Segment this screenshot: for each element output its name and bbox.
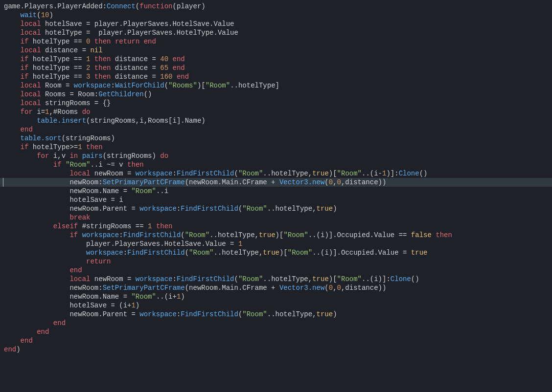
code-token: 1 — [78, 143, 82, 151]
code-token: , — [333, 284, 337, 292]
code-token: workspace — [136, 170, 173, 177]
code-token: true — [312, 275, 329, 283]
code-token: local — [21, 46, 41, 54]
code-token: )[ — [197, 82, 206, 89]
code-token: end — [173, 55, 185, 63]
code-token: 65 — [160, 64, 168, 72]
code-token: .Players.PlayerAdded: — [21, 2, 107, 10]
code-token: 0 — [329, 178, 333, 186]
code-token — [78, 231, 82, 239]
code-token: () — [419, 170, 428, 177]
code-token: wait — [21, 11, 37, 19]
code-token: 10 — [41, 11, 49, 19]
code-token: )[ — [329, 170, 337, 177]
code-token: local — [21, 82, 41, 89]
code-token: if — [21, 64, 29, 72]
code-token: for — [21, 108, 33, 116]
code-token: ( — [324, 284, 328, 292]
code-token: ..(i- — [362, 170, 382, 177]
code-token: then — [127, 161, 144, 169]
code-token: Room = — [41, 82, 74, 89]
code-token: then — [94, 73, 111, 81]
code-token — [90, 38, 94, 45]
code-token: ..(i)].Occupied.Value == — [308, 231, 411, 239]
code-token: return — [86, 258, 111, 265]
code-token: workspace — [82, 231, 119, 239]
code-token — [168, 64, 172, 72]
code-token: Vector3.new — [279, 284, 324, 292]
code-token: function — [139, 2, 172, 10]
code-token: "Room" — [238, 275, 263, 283]
code-token — [168, 55, 172, 63]
code-token: ( — [136, 2, 139, 10]
code-token: () — [411, 275, 419, 283]
code-token: ..(i+ — [156, 293, 177, 301]
code-token: "Rooms" — [168, 82, 197, 89]
code-token: hotelType == — [28, 38, 86, 45]
code-token: then — [436, 231, 452, 239]
code-token: ..i — [156, 187, 168, 195]
code-token: FindFirstChild — [177, 275, 234, 283]
code-token: table.insert — [37, 117, 86, 125]
code-token: newRoom.Parent = — [69, 205, 139, 213]
code-token — [78, 152, 82, 160]
code-token: ..i ~= v — [90, 161, 127, 169]
code-token: )[ — [329, 275, 337, 283]
code-token: : — [111, 82, 115, 89]
code-token: "Room" — [206, 82, 230, 89]
code-token: do — [82, 108, 91, 116]
code-token: hotelType == — [28, 64, 86, 72]
code-token: "Room" — [238, 170, 263, 177]
code-token: true — [312, 170, 329, 177]
code-token: hotelSave = player.PlayerSaves.HotelSave… — [41, 20, 234, 28]
code-token: FindFirstChild — [177, 170, 234, 177]
code-token — [152, 222, 156, 230]
code-token: local — [69, 170, 90, 177]
code-token: if — [69, 231, 78, 239]
code-editor[interactable]: game.Players.PlayerAdded:Connect(functio… — [0, 0, 552, 354]
code-token: ,distance)) — [341, 178, 386, 186]
code-token — [82, 143, 86, 151]
code-token: local — [21, 99, 41, 107]
code-token: "Room" — [131, 293, 156, 301]
code-token: (newRoom.Main.CFrame + — [185, 284, 279, 292]
code-token: if — [21, 143, 29, 151]
code-token: local — [21, 20, 41, 28]
code-token: Clone — [391, 275, 411, 283]
code-token: distance = — [111, 64, 160, 72]
code-token: ..hotelType, — [263, 170, 312, 177]
code-token: if — [21, 55, 29, 63]
code-token: ( — [234, 275, 238, 283]
code-token: local — [21, 29, 41, 37]
code-token: ..(i)]: — [362, 275, 391, 283]
code-token: end — [173, 64, 185, 72]
code-token: end — [53, 319, 66, 327]
code-token: FindFirstChild — [181, 205, 238, 213]
code-token: ( — [181, 231, 184, 239]
code-token — [139, 38, 143, 45]
code-token: game — [4, 2, 21, 10]
code-token: ( — [324, 178, 328, 186]
code-token: 1 — [238, 240, 242, 248]
code-token: newRoom.Name = — [69, 187, 131, 195]
code-token: "Room" — [337, 275, 362, 283]
code-token: ..hotelType, — [209, 231, 259, 239]
code-token: elseif — [53, 222, 78, 230]
code-token: if — [53, 161, 62, 169]
code-token: ( — [185, 249, 189, 257]
code-token: , — [333, 178, 337, 186]
code-token: distance = — [111, 73, 160, 81]
code-token: then — [94, 38, 111, 45]
code-token: end — [144, 38, 156, 45]
code-token: false — [411, 231, 432, 239]
code-token: WaitForChild — [115, 82, 164, 89]
code-token: ) — [49, 11, 53, 19]
code-token: true — [317, 205, 333, 213]
code-token: true — [263, 249, 279, 257]
code-token: SetPrimaryPartCFrame — [103, 284, 185, 292]
code-token: ) — [333, 310, 337, 318]
code-token: : — [119, 231, 123, 239]
code-token: (stringRooms,i,Rooms[i].Name) — [86, 117, 206, 125]
code-token — [173, 73, 177, 81]
code-token: true — [411, 249, 428, 257]
